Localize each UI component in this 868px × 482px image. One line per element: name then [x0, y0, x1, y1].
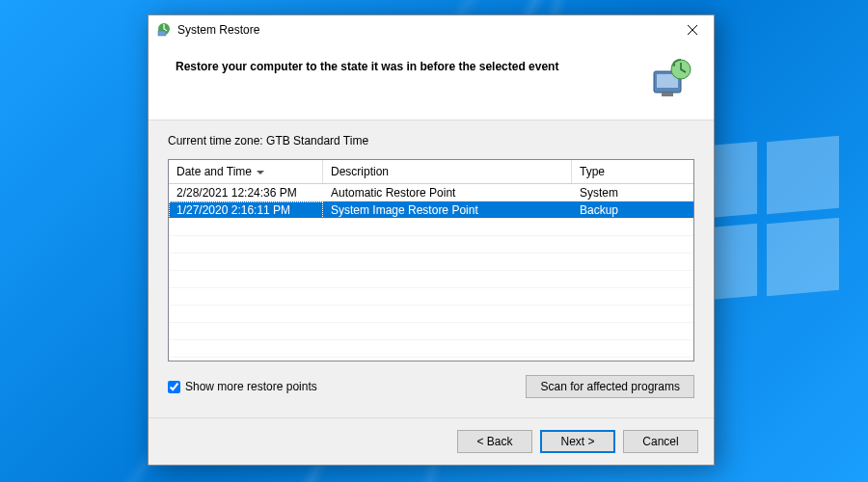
column-header-description[interactable]: Description	[323, 160, 572, 183]
wizard-body: Current time zone: GTB Standard Time Dat…	[149, 120, 714, 417]
show-more-checkbox-input[interactable]	[168, 381, 180, 393]
empty-row	[169, 236, 693, 254]
sort-caret-icon	[257, 171, 264, 174]
empty-row	[169, 254, 693, 271]
titlebar: System Restore	[149, 15, 714, 44]
page-heading: Restore your computer to the state it wa…	[176, 58, 638, 73]
wizard-header: Restore your computer to the state it wa…	[149, 44, 714, 120]
column-header-type[interactable]: Type	[572, 160, 693, 183]
table-row[interactable]: 2/28/2021 12:24:36 PMAutomatic Restore P…	[169, 184, 693, 201]
scan-affected-button[interactable]: Scan for affected programs	[526, 375, 694, 398]
restore-icon	[648, 58, 694, 98]
cell-date-time: 1/27/2020 2:16:11 PM	[169, 201, 323, 219]
empty-row	[169, 306, 693, 323]
cancel-button[interactable]: Cancel	[623, 430, 698, 453]
cell-type: System	[572, 184, 693, 201]
wizard-footer: < Back Next > Cancel	[149, 417, 714, 465]
svg-rect-4	[662, 93, 673, 96]
window-title: System Restore	[177, 23, 259, 37]
empty-row	[169, 323, 693, 340]
cell-date-time: 2/28/2021 12:24:36 PM	[169, 184, 323, 201]
below-grid-row: Show more restore points Scan for affect…	[168, 375, 694, 398]
cell-description: Automatic Restore Point	[323, 184, 572, 201]
app-icon	[156, 21, 172, 40]
empty-row	[169, 219, 693, 236]
svg-rect-1	[158, 31, 166, 36]
system-restore-dialog: System Restore Restore your computer to …	[148, 14, 715, 466]
column-label: Date and Time	[176, 165, 252, 178]
column-label: Description	[331, 165, 389, 178]
show-more-checkbox[interactable]: Show more restore points	[168, 380, 317, 393]
empty-row	[169, 340, 693, 358]
close-icon	[688, 25, 697, 35]
empty-row	[169, 288, 693, 306]
show-more-label: Show more restore points	[185, 380, 317, 393]
cell-type: Backup	[572, 201, 693, 218]
close-button[interactable]	[671, 15, 714, 44]
back-button[interactable]: < Back	[457, 430, 532, 453]
empty-row	[169, 271, 693, 288]
next-button[interactable]: Next >	[540, 430, 615, 453]
table-body: 2/28/2021 12:24:36 PMAutomatic Restore P…	[169, 184, 693, 358]
cell-description: System Image Restore Point	[323, 201, 572, 218]
column-header-date-time[interactable]: Date and Time	[169, 160, 323, 183]
table-row[interactable]: 1/27/2020 2:16:11 PMSystem Image Restore…	[169, 201, 693, 219]
column-label: Type	[580, 165, 605, 178]
table-header: Date and Time Description Type	[169, 160, 693, 184]
timezone-label: Current time zone: GTB Standard Time	[168, 134, 694, 147]
restore-points-table: Date and Time Description Type 2/28/2021…	[168, 159, 694, 362]
